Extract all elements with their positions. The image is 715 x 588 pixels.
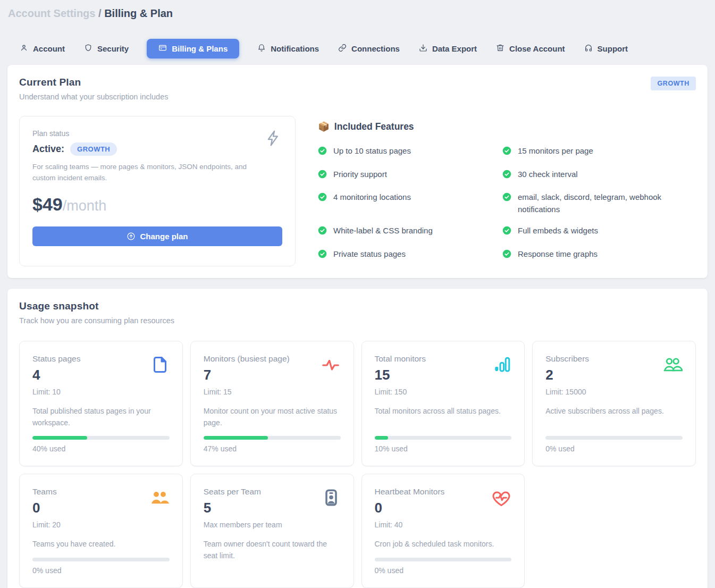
plan-badge: GROWTH: [651, 77, 696, 90]
feature-item: 30 check interval: [502, 169, 696, 182]
usage-card-status-pages: Status pages 4 Limit: 10 Total published…: [19, 341, 183, 466]
lightning-icon: [264, 129, 282, 149]
usage-subtitle: Track how you are consuming plan resourc…: [19, 316, 696, 325]
usage-card-total-monitors: Total monitors 15 Limit: 150 Total monit…: [361, 341, 525, 466]
plan-status-card: Plan status Active: GROWTH For scaling t…: [19, 116, 296, 266]
breadcrumb: Account Settings / Billing & Plan: [7, 7, 708, 20]
bell-icon: [257, 44, 266, 54]
progress-bar: 0% used: [545, 429, 683, 453]
feature-item: Response time graphs: [502, 248, 696, 262]
feature-item: Full embeds & widgets: [502, 225, 696, 239]
file-icon: [150, 355, 170, 376]
tab-data-export[interactable]: Data Export: [418, 39, 478, 58]
link-icon: [338, 44, 347, 54]
check-circle-icon: [318, 169, 327, 182]
download-icon: [419, 44, 427, 54]
current-plan-title: Current Plan: [19, 77, 168, 88]
user-icon: [20, 44, 28, 54]
settings-tab-bar: Account Security Billing & Plans Notific…: [7, 39, 708, 58]
check-circle-icon: [318, 225, 327, 239]
breadcrumb-section[interactable]: Account Settings: [8, 7, 95, 19]
features-grid: Up to 10 status pages 15 monitors per pa…: [318, 145, 696, 262]
headset-icon: [584, 44, 593, 54]
usage-card-monitors-busiest: Monitors (busiest page) 7 Limit: 15 Moni…: [190, 341, 354, 466]
trash-icon: [496, 44, 504, 54]
progress-bar: 47% used: [204, 429, 341, 453]
usage-card-teams: Teams 0 Limit: 20 Teams you have created…: [19, 474, 183, 588]
feature-item: White-label & CSS branding: [318, 225, 502, 239]
usage-title: Usage snapshot: [19, 300, 696, 312]
tab-security[interactable]: Security: [83, 39, 130, 58]
plan-status-value: Active:: [32, 144, 64, 155]
tab-close-account[interactable]: Close Account: [495, 39, 566, 58]
feature-item: 15 monitors per page: [502, 145, 696, 159]
usage-card-heartbeat-monitors: Heartbeat Monitors 0 Limit: 40 Cron job …: [361, 474, 525, 588]
usage-card-seats-per-team: Seats per Team 5 Max members per team Te…: [190, 474, 354, 588]
included-features: 📦 Included Features Up to 10 status page…: [318, 116, 696, 266]
plan-status-label: Plan status: [32, 129, 282, 138]
check-circle-icon: [502, 191, 511, 205]
check-circle-icon: [318, 145, 327, 159]
plan-price: $49/month: [32, 194, 282, 215]
progress-bar: 40% used: [32, 429, 170, 453]
check-circle-icon: [502, 225, 511, 239]
arrow-up-circle-icon: [127, 232, 136, 241]
current-plan-card: Current Plan Understand what your subscr…: [7, 65, 708, 278]
tab-support[interactable]: Support: [583, 39, 629, 58]
features-heading: Included Features: [334, 121, 414, 132]
id-badge-icon: [322, 488, 341, 509]
pulse-icon: [321, 355, 341, 377]
feature-item: 4 monitoring locations: [318, 191, 502, 215]
price-period: /month: [63, 198, 107, 214]
breadcrumb-separator: /: [98, 7, 102, 19]
check-circle-icon: [502, 169, 511, 182]
team-icon: [149, 488, 170, 510]
feature-item: Priority support: [318, 169, 502, 182]
tab-billing-plans[interactable]: Billing & Plans: [147, 39, 239, 58]
users-icon: [662, 355, 683, 377]
feature-item: Private status pages: [318, 248, 502, 262]
empty-grid-cell: [532, 474, 696, 588]
check-circle-icon: [502, 248, 511, 262]
usage-snapshot-card: Usage snapshot Track how you are consumi…: [7, 289, 708, 588]
progress-bar: 10% used: [375, 429, 512, 453]
tab-notifications[interactable]: Notifications: [256, 39, 320, 58]
check-circle-icon: [318, 248, 327, 262]
page-title: Billing & Plan: [104, 7, 173, 19]
usage-grid: Status pages 4 Limit: 10 Total published…: [19, 341, 696, 588]
current-plan-subtitle: Understand what your subscription includ…: [19, 93, 168, 101]
shield-icon: [84, 44, 92, 54]
check-circle-icon: [318, 191, 327, 205]
tab-account[interactable]: Account: [19, 39, 66, 58]
check-circle-icon: [502, 145, 511, 159]
heart-pulse-icon: [491, 488, 511, 510]
bar-chart-icon: [492, 355, 511, 376]
usage-card-subscribers: Subscribers 2 Limit: 15000 Active subscr…: [532, 341, 696, 466]
progress-bar: 0% used: [32, 550, 170, 575]
progress-bar: 0% used: [375, 550, 512, 575]
package-icon: 📦: [318, 121, 330, 132]
price-amount: $49: [32, 194, 63, 214]
plan-description: For scaling teams — more pages & monitor…: [32, 162, 258, 184]
feature-item: email, slack, discord, telegram, webhook…: [502, 191, 696, 215]
credit-card-icon: [158, 44, 167, 54]
feature-item: Up to 10 status pages: [318, 145, 502, 159]
change-plan-button[interactable]: Change plan: [32, 226, 282, 246]
tab-connections[interactable]: Connections: [337, 39, 401, 58]
plan-status-badge: GROWTH: [70, 142, 117, 156]
